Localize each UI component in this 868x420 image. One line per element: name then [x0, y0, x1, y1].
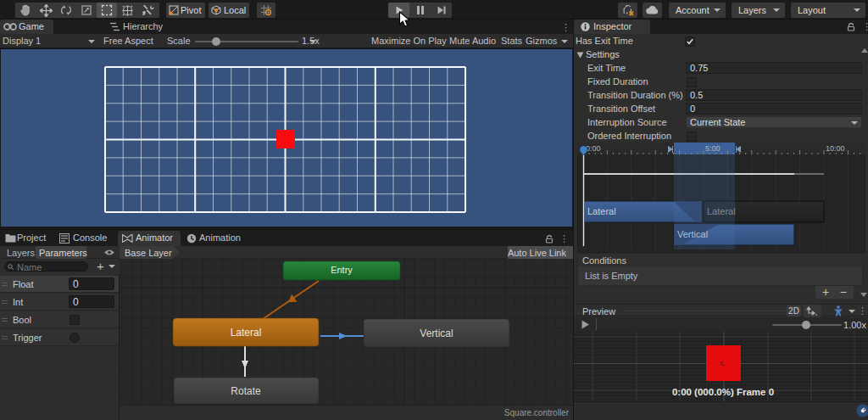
- svg-text:5:00: 5:00: [705, 144, 721, 153]
- svg-text:10:00: 10:00: [826, 144, 845, 153]
- svg-text:0:00 (000.0%) Frame 0: 0:00 (000.0%) Frame 0: [672, 387, 774, 397]
- svg-text:Lateral: Lateral: [231, 327, 262, 339]
- svg-text:Entry: Entry: [331, 265, 353, 275]
- svg-text:Rotate: Rotate: [231, 385, 261, 397]
- svg-text:Lateral: Lateral: [587, 206, 616, 216]
- svg-text:0:00: 0:00: [586, 144, 601, 153]
- svg-text:Vertical: Vertical: [420, 328, 453, 339]
